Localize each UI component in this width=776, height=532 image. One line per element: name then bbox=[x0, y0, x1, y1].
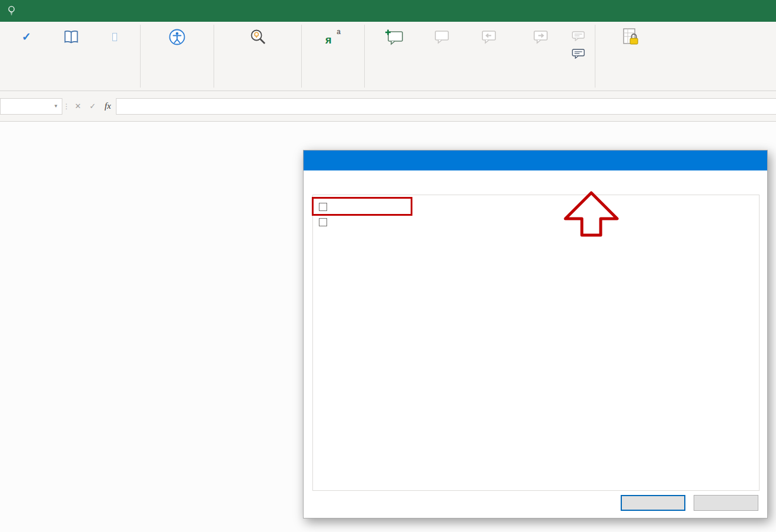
ribbon-group-comments bbox=[365, 22, 595, 91]
ribbon-group-language: aя bbox=[302, 22, 364, 91]
ok-button[interactable] bbox=[621, 495, 685, 511]
drag-handle-icon: ⋮ bbox=[62, 102, 71, 111]
ribbon-group-protect bbox=[595, 22, 666, 91]
dialog-panel bbox=[312, 195, 760, 491]
ribbon-group-insights bbox=[214, 22, 301, 91]
comments-stack bbox=[566, 24, 592, 61]
translate-button[interactable]: aя bbox=[308, 24, 358, 51]
group-label-language bbox=[302, 81, 364, 91]
delete-comment-icon bbox=[433, 26, 451, 48]
close-icon[interactable] bbox=[740, 150, 767, 170]
ribbon-group-accessibility bbox=[141, 22, 214, 91]
spelling-icon: ✓ bbox=[22, 26, 31, 48]
cancel-entry-icon[interactable]: ✕ bbox=[71, 102, 85, 111]
previous-comment-icon bbox=[480, 26, 498, 48]
translate-icon: aя bbox=[324, 26, 342, 48]
previous-comment-button[interactable] bbox=[462, 24, 515, 51]
show-hide-comment-button[interactable] bbox=[572, 31, 589, 43]
smart-lookup-button[interactable] bbox=[219, 24, 297, 51]
enter-entry-icon[interactable]: ✓ bbox=[85, 102, 100, 111]
next-comment-button[interactable] bbox=[515, 24, 566, 51]
chevron-down-icon[interactable]: ▼ bbox=[54, 103, 58, 109]
thesaurus-button[interactable] bbox=[51, 24, 92, 51]
new-comment-icon bbox=[384, 26, 404, 48]
ribbon-tab-bar bbox=[0, 0, 776, 22]
group-label-accessibility bbox=[141, 81, 214, 91]
dialog-buttons bbox=[621, 495, 758, 511]
spelling-button[interactable]: ✓ bbox=[2, 24, 51, 51]
next-comment-icon bbox=[532, 26, 549, 48]
formula-input[interactable] bbox=[116, 98, 776, 115]
show-all-comments-button[interactable] bbox=[572, 49, 589, 61]
ribbon: ✓ bbox=[0, 22, 776, 91]
lightbulb-icon bbox=[7, 5, 16, 16]
smart-lookup-icon bbox=[248, 26, 267, 48]
group-label-proofing bbox=[0, 81, 140, 91]
cancel-button[interactable] bbox=[694, 495, 758, 511]
check-glyph: ✓ bbox=[22, 32, 31, 42]
show-all-comments-icon bbox=[572, 49, 585, 61]
ribbon-group-proofing: ✓ bbox=[0, 22, 140, 91]
highlight-rectangle-annotation bbox=[312, 197, 412, 216]
insert-function-icon[interactable]: fx bbox=[100, 101, 116, 111]
group-label-protect bbox=[595, 81, 666, 91]
tell-me-search[interactable] bbox=[7, 0, 21, 22]
group-label-comments bbox=[365, 81, 595, 91]
workbook-statistics-icon bbox=[112, 26, 117, 48]
accessibility-icon bbox=[168, 26, 186, 48]
protect-sheet-button[interactable] bbox=[608, 24, 654, 51]
new-comment-button[interactable] bbox=[367, 24, 421, 51]
hide-formulas-checkbox[interactable] bbox=[319, 218, 327, 226]
group-label-insights bbox=[214, 81, 301, 91]
hide-formulas-row[interactable] bbox=[319, 218, 753, 226]
up-arrow-annotation bbox=[563, 190, 620, 237]
dialog-titlebar[interactable] bbox=[304, 150, 767, 170]
delete-comment-button[interactable] bbox=[421, 24, 462, 51]
name-box[interactable]: ▼ bbox=[0, 98, 62, 115]
protect-sheet-icon bbox=[622, 26, 640, 48]
help-icon[interactable] bbox=[713, 150, 740, 170]
cyrillic-ya-glyph: я bbox=[325, 35, 332, 45]
workbook-statistics-button[interactable] bbox=[92, 24, 138, 51]
latin-a-glyph: a bbox=[337, 28, 341, 36]
formula-bar: ▼ ⋮ ✕ ✓ fx bbox=[0, 91, 776, 122]
show-hide-comment-icon bbox=[572, 31, 585, 43]
thesaurus-icon bbox=[62, 26, 80, 48]
check-accessibility-button[interactable] bbox=[148, 24, 207, 51]
